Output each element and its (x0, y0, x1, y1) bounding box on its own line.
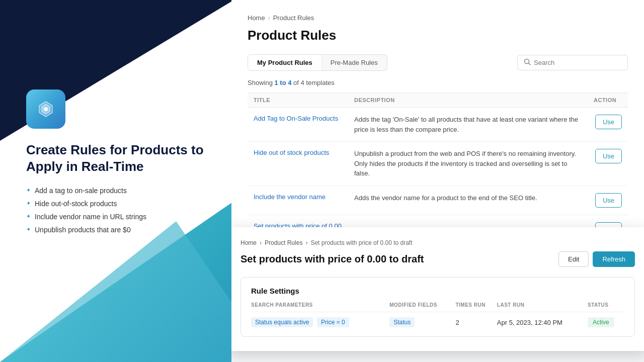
settings-col-last-run: LAST RUN (497, 302, 588, 312)
rule-settings-card: Rule Settings SEARCH PARAMETERS MODIFIED… (240, 277, 635, 337)
settings-col-times-run: TIMES RUN (455, 302, 497, 312)
showing-label: Showing (248, 79, 274, 86)
product-rules-page: Home › Product Rules Product Rules My Pr… (231, 0, 644, 259)
detail-breadcrumb: Home › Product Rules › Set products with… (240, 239, 635, 246)
modified-field-status: Status (389, 317, 415, 327)
rules-table: TITLE DESCRIPTION ACTION Add Tag to On-S… (248, 93, 628, 245)
detail-actions: Edit Refresh (558, 251, 635, 267)
left-panel: Create Rules for Products to Apply in Re… (0, 0, 234, 362)
left-title: Create Rules for Products to Apply in Re… (26, 142, 219, 174)
col-description: DESCRIPTION (348, 93, 588, 108)
left-content: Create Rules for Products to Apply in Re… (26, 142, 219, 239)
detail-sep-2: › (305, 239, 307, 246)
col-title: TITLE (248, 93, 348, 108)
settings-col-modified-fields: MODIFIED FIELDS (389, 302, 455, 312)
settings-times-run: 2 (455, 312, 497, 328)
rule-title-1[interactable]: Hide out of stock products (254, 149, 329, 156)
use-button-1[interactable]: Use (595, 149, 622, 163)
settings-row: Status equals active Price = 0 Status 2 … (251, 312, 624, 328)
right-panel: Home › Product Rules Product Rules My Pr… (231, 0, 644, 362)
breadcrumb-home[interactable]: Home (248, 14, 265, 22)
search-icon (524, 58, 531, 67)
feature-item: Unpublish products that are $0 (26, 226, 219, 234)
breadcrumb-sep-1: › (268, 15, 270, 22)
showing-range: 1 to 4 (274, 79, 291, 86)
svg-point-2 (44, 107, 48, 111)
feature-list: Add a tag to on-sale productsHide out-of… (26, 187, 219, 234)
detail-breadcrumb-home[interactable]: Home (240, 239, 257, 246)
breadcrumb-current: Product Rules (273, 14, 314, 22)
last-run-value: Apr 5, 2023, 12:40 PM (497, 319, 562, 326)
detail-title-row: Set products with price of 0.00 to draft… (240, 251, 635, 267)
detail-breadcrumb-product-rules[interactable]: Product Rules (265, 239, 302, 246)
tabs-row: My Product Rules Pre-Made Rules (248, 54, 628, 71)
rule-settings-title: Rule Settings (251, 287, 624, 295)
showing-text: Showing 1 to 4 of 4 templates (248, 79, 628, 86)
search-input[interactable] (534, 59, 614, 66)
settings-status: Active (588, 312, 624, 328)
settings-modified-fields: Status (389, 312, 455, 328)
feature-item: Include vendor name in URL strings (26, 213, 219, 221)
rule-title-2[interactable]: Include the vendor name (254, 193, 326, 201)
use-button-2[interactable]: Use (595, 193, 622, 208)
rule-desc-0: Adds the tag 'On-Sale' to all products t… (354, 116, 578, 133)
page-title: Product Rules (248, 28, 628, 43)
active-badge: Active (588, 317, 614, 327)
tab-my-product-rules[interactable]: My Product Rules (248, 55, 321, 70)
settings-col-status: STATUS (588, 302, 624, 312)
detail-title: Set products with price of 0.00 to draft (240, 253, 424, 265)
rule-desc-1: Unpublish a product from the web and POS… (354, 150, 576, 177)
tab-pre-made-rules[interactable]: Pre-Made Rules (321, 55, 387, 70)
param-tag-1: Status equals active (251, 317, 313, 327)
feature-item: Hide out-of-stock products (26, 200, 219, 208)
detail-sep-1: › (260, 239, 262, 246)
col-action: ACTION (588, 93, 628, 108)
detail-panel: Home › Product Rules › Set products with… (231, 227, 644, 351)
rule-desc-2: Adds the vendor name for a product to th… (354, 194, 537, 202)
svg-line-4 (529, 63, 531, 65)
settings-search-params: Status equals active Price = 0 (251, 312, 389, 328)
table-row: Add Tag to On-Sale Products Adds the tag… (248, 108, 628, 142)
search-box (517, 55, 628, 70)
param-tag-2: Price = 0 (317, 317, 349, 327)
breadcrumb: Home › Product Rules (248, 14, 628, 22)
feature-item: Add a tag to on-sale products (26, 187, 219, 195)
use-button-0[interactable]: Use (595, 115, 622, 129)
detail-breadcrumb-current: Set products with price of 0.00 to draft (310, 239, 412, 246)
settings-col-search-params: SEARCH PARAMETERS (251, 302, 389, 312)
app-icon (26, 89, 65, 129)
settings-last-run: Apr 5, 2023, 12:40 PM (497, 312, 588, 328)
tabs: My Product Rules Pre-Made Rules (248, 54, 387, 71)
times-run-value: 2 (455, 319, 459, 326)
settings-table: SEARCH PARAMETERS MODIFIED FIELDS TIMES … (251, 302, 624, 327)
edit-button[interactable]: Edit (558, 251, 589, 267)
showing-suffix: of 4 templates (291, 79, 334, 86)
table-row: Include the vendor name Adds the vendor … (248, 186, 628, 215)
rule-title-0[interactable]: Add Tag to On-Sale Products (254, 115, 338, 122)
table-row: Hide out of stock products Unpublish a p… (248, 142, 628, 186)
refresh-button[interactable]: Refresh (593, 251, 635, 267)
